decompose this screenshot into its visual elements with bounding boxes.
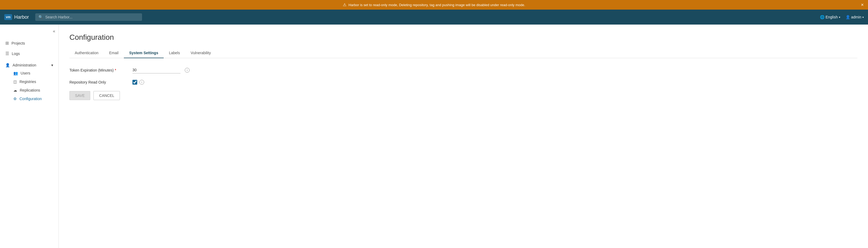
registries-label: Registries [20,80,36,84]
administration-chevron-icon: ▾ [51,63,53,67]
repository-read-only-label: Repository Read Only [69,80,128,84]
sidebar-item-replications[interactable]: ☁ Replications [5,86,53,94]
banner-text: Harbor is set to read-only mode, Deletin… [348,3,525,7]
replications-label: Replications [20,88,40,92]
globe-icon: 🌐 [820,15,825,19]
configuration-icon: ⚙ [13,97,17,101]
token-expiration-label: Token Expiration (Minutes) * [69,68,128,72]
username-label: admin [851,15,861,19]
user-selector[interactable]: 👤 admin ▾ [845,15,864,19]
administration-header-left: 👤 Administration [5,63,36,67]
users-label: Users [21,71,30,75]
collapse-button[interactable]: « [53,29,55,34]
sidebar: « ⊞ Projects ☰ Logs 👤 Administration ▾ 👥… [0,25,59,248]
language-chevron-icon: ▾ [839,16,840,19]
tab-authentication[interactable]: Authentication [69,48,104,58]
users-icon: 👥 [13,71,18,75]
administration-header[interactable]: 👤 Administration ▾ [5,61,53,69]
registries-icon: ◫ [13,80,17,84]
replications-icon: ☁ [13,88,17,92]
tab-labels[interactable]: Labels [164,48,185,58]
sidebar-item-logs[interactable]: ☰ Logs [0,48,59,59]
sidebar-item-projects[interactable]: ⊞ Projects [0,38,59,48]
search-icon: 🔍 [38,15,43,19]
tab-system-settings[interactable]: System Settings [124,48,164,58]
system-settings-form: Token Expiration (Minutes) * i Repositor… [69,67,857,100]
main-content: Configuration Authentication Email Syste… [59,25,868,248]
repository-read-only-info-icon[interactable]: i [140,80,144,85]
projects-icon: ⊞ [5,40,9,45]
administration-icon: 👤 [5,63,10,67]
token-expiration-input[interactable] [132,67,181,73]
sidebar-item-users[interactable]: 👥 Users [5,69,53,78]
logs-icon: ☰ [5,51,9,56]
save-button[interactable]: SAVE [69,91,90,100]
search-input[interactable] [45,15,139,19]
header: vm Harbor 🔍 🌐 English ▾ 👤 admin ▾ [0,10,868,25]
sidebar-section-administration: 👤 Administration ▾ 👥 Users ◫ Registries … [0,59,59,106]
sidebar-logs-label: Logs [12,52,20,56]
token-expiration-row: Token Expiration (Minutes) * i [69,67,857,73]
tabs: Authentication Email System Settings Lab… [69,48,857,58]
header-right: 🌐 English ▾ 👤 admin ▾ [820,15,864,19]
warning-icon: ⚠ [343,2,346,7]
configuration-label: Configuration [20,97,42,101]
repository-read-only-row: Repository Read Only i [69,80,857,85]
language-selector[interactable]: 🌐 English ▾ [820,15,840,19]
language-label: English [826,15,838,19]
sidebar-collapse[interactable]: « [0,29,59,38]
form-buttons: SAVE CANCEL [69,91,857,100]
administration-label: Administration [12,63,36,67]
cancel-button[interactable]: CANCEL [93,91,120,100]
user-chevron-icon: ▾ [862,16,864,19]
banner-close-button[interactable]: × [861,2,864,8]
sidebar-projects-label: Projects [11,41,25,45]
repository-read-only-checkbox-wrap: i [132,80,144,85]
user-icon: 👤 [845,15,850,19]
repository-read-only-checkbox[interactable] [132,80,137,85]
token-expiration-info-icon[interactable]: i [185,68,190,72]
required-marker: * [115,68,116,72]
sidebar-item-registries[interactable]: ◫ Registries [5,78,53,86]
sidebar-item-configuration[interactable]: ⚙ Configuration [5,94,53,103]
tab-vulnerability[interactable]: Vulnerability [185,48,216,58]
tab-email[interactable]: Email [104,48,124,58]
readonly-banner: ⚠ Harbor is set to read-only mode, Delet… [0,0,868,10]
app-name: Harbor [14,14,29,20]
page-title: Configuration [69,33,857,42]
logo[interactable]: vm Harbor [4,14,29,20]
app-body: « ⊞ Projects ☰ Logs 👤 Administration ▾ 👥… [0,25,868,248]
search-box[interactable]: 🔍 [35,13,142,21]
vm-logo: vm [4,14,12,20]
